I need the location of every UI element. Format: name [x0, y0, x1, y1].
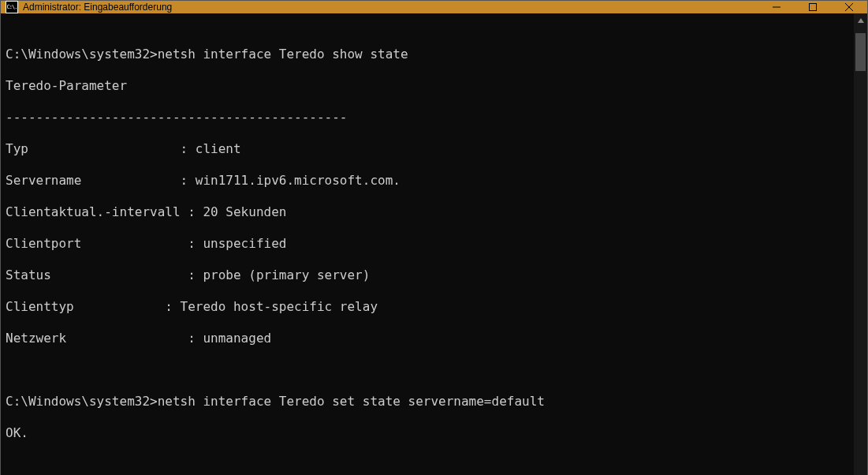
terminal-line: Teredo-Parameter: [1, 78, 854, 94]
scroll-track[interactable]: [854, 27, 867, 475]
cmd-window: C:\. Administrator: Eingabeaufforderung …: [0, 0, 868, 475]
terminal-line: Clientport : unspecified: [1, 236, 854, 252]
maximize-button[interactable]: [795, 1, 831, 13]
close-icon: [845, 3, 853, 11]
window-title: Administrator: Eingabeaufforderung: [23, 2, 172, 13]
terminal-line: Clientaktual.-intervall : 20 Sekunden: [1, 204, 854, 220]
titlebar[interactable]: C:\. Administrator: Eingabeaufforderung: [1, 1, 867, 13]
svg-rect-0: [810, 4, 817, 11]
maximize-icon: [809, 3, 817, 11]
terminal-line: Clienttyp : Teredo host-specific relay: [1, 299, 854, 315]
scroll-up-arrow-icon[interactable]: [854, 13, 867, 27]
terminal-line: ----------------------------------------…: [1, 110, 854, 125]
terminal-line: OK.: [1, 425, 854, 441]
minimize-button[interactable]: [758, 1, 795, 13]
titlebar-buttons: [758, 1, 867, 13]
terminal-line: C:\Windows\system32>netsh interface Tere…: [1, 394, 854, 410]
cmd-icon: C:\.: [6, 1, 18, 13]
titlebar-left: C:\. Administrator: Eingabeaufforderung: [1, 1, 758, 13]
terminal-line: Status : probe (primary server): [1, 267, 854, 283]
terminal-line: Typ : client: [1, 141, 854, 157]
terminal-line: Servername : win1711.ipv6.microsoft.com.: [1, 173, 854, 189]
terminal-line: C:\Windows\system32>netsh interface Tere…: [1, 47, 854, 62]
minimize-icon: [773, 3, 780, 11]
terminal-output[interactable]: C:\Windows\system32>netsh interface Tere…: [1, 13, 854, 475]
terminal-area: C:\Windows\system32>netsh interface Tere…: [1, 13, 867, 475]
vertical-scrollbar[interactable]: [854, 13, 867, 475]
close-button[interactable]: [831, 1, 867, 13]
terminal-line: Netzwerk : unmanaged: [1, 331, 854, 346]
scroll-thumb[interactable]: [855, 33, 866, 71]
